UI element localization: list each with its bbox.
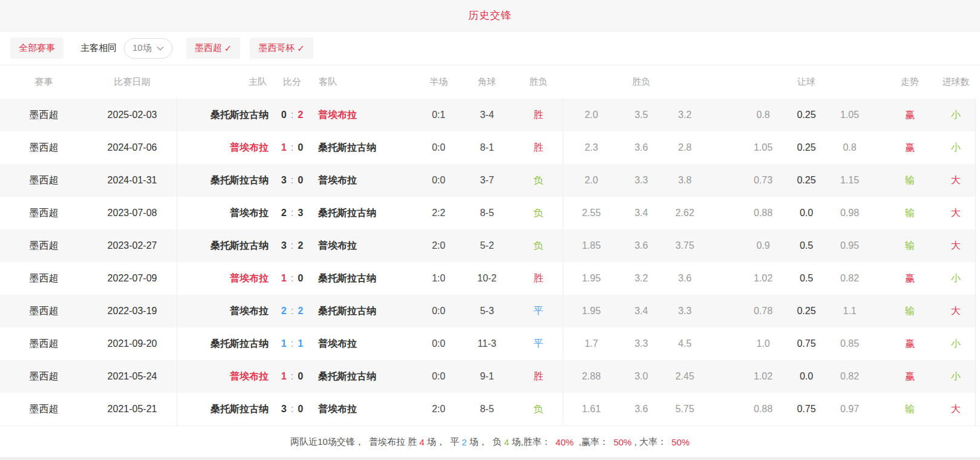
all-matches-button[interactable]: 全部赛事 [10,38,64,59]
result-label: 胜 [534,110,543,120]
away-team-name: 普埃布拉 [318,404,357,414]
goals-cell: 大 [936,403,975,416]
header-odds-1x2: 胜负 [619,76,663,88]
home-team-name: 桑托斯拉古纳 [211,404,269,414]
handicap-cell: 0.88 [742,208,785,218]
handicap-value: 0.5 [800,240,813,251]
trend-cell: 赢 [883,272,936,285]
corners-cell: 9-1 [460,371,514,382]
trend-cell: 输 [883,240,936,252]
chevron-down-icon [157,46,164,51]
table-body: 墨西超2025-02-03桑托斯拉古纳0:2普埃布拉0:13-4胜2.03.53… [0,99,980,426]
away-score: 0 [298,371,303,381]
handicap-cell: 0.25 [785,175,828,186]
same-venue-filter[interactable]: 主客相同 [80,42,117,54]
away-team-name: 桑托斯拉古纳 [318,306,376,316]
odds-cell: 2.8 [663,142,707,153]
trend-label: 输 [905,404,915,414]
match-count-dropdown[interactable]: 10场 [124,38,172,59]
handicap-value: 1.1 [843,306,856,316]
match-date: 2022-03-19 [108,306,157,316]
halftime-score: 2:0 [432,240,445,251]
odds-cell: 3.6 [663,273,707,284]
table-row[interactable]: 墨西超2021-05-21桑托斯拉古纳3:0普埃布拉2:08-5负1.613.6… [0,393,976,426]
odds-cell: 3.5 [619,110,663,120]
match-date: 2023-07-08 [108,208,157,218]
odds-value: 2.3 [584,142,598,153]
result-label: 平 [534,306,543,316]
date-cell: 2024-01-31 [88,175,177,186]
odds-value: 3.2 [678,110,691,120]
away-team-cell: 普埃布拉 [312,338,417,350]
handicap-value: 0.75 [797,404,815,414]
home-score: 1 [281,338,287,349]
handicap-value: 0.25 [797,175,815,185]
handicap-value: 0.98 [840,208,859,218]
halftime-score: 2:0 [432,404,445,414]
halftime-score: 0:0 [432,338,445,349]
halftime-cell: 2:0 [417,404,460,415]
handicap-value: 0.78 [754,306,773,316]
home-score: 1 [281,273,287,283]
score-cell: 0:2 [272,110,312,120]
league-filter-copa-mx[interactable]: 墨西哥杯 ✓ [250,38,313,59]
halftime-score: 2:2 [432,208,445,218]
score-cell: 2:2 [272,306,312,317]
table-row[interactable]: 墨西超2021-09-20桑托斯拉古纳1:1普埃布拉0:011-3平1.73.3… [0,327,976,360]
odds-cell: 3.8 [663,175,707,186]
odds-value: 2.0 [584,175,598,185]
table-row[interactable]: 墨西超2025-02-03桑托斯拉古纳0:2普埃布拉0:13-4胜2.03.53… [0,99,976,131]
goals-label: 大 [951,306,961,316]
handicap-cell: 1.1 [828,306,871,317]
odds-value: 1.7 [584,338,598,349]
odds-value: 3.3 [635,175,648,185]
result-label: 负 [534,240,543,251]
away-team-name: 桑托斯拉古纳 [318,142,376,153]
match-date: 2022-07-09 [108,273,157,283]
handicap-value: 1.05 [840,110,859,120]
odds-cell: 5.75 [663,404,707,415]
table-row[interactable]: 墨西超2022-07-09普埃布拉1:0桑托斯拉古纳1:010-2胜1.953.… [0,262,976,295]
handicap-value: 0.0 [800,371,813,381]
handicap-value: 0.88 [754,404,773,414]
odds-cell: 1.85 [563,229,619,262]
league-filter-liga-mx[interactable]: 墨西超 ✓ [186,38,241,59]
trend-cell: 输 [883,305,936,318]
handicap-value: 0.0 [800,208,813,218]
table-row[interactable]: 墨西超2021-05-24普埃布拉1:0桑托斯拉古纳0:09-1胜2.883.0… [0,360,976,393]
handicap-value: 0.25 [797,306,815,316]
table-row[interactable]: 墨西超2024-01-31桑托斯拉古纳3:0普埃布拉0:03-7负2.03.33… [0,164,976,197]
handicap-value: 0.9 [756,240,769,251]
league-cell: 墨西超 [0,338,88,350]
league-name: 墨西超 [30,110,59,120]
corners-score: 5-3 [480,306,494,316]
date-cell: 2022-03-19 [88,306,177,317]
table-row[interactable]: 墨西超2024-07-06普埃布拉1:0桑托斯拉古纳0:08-1胜2.33.62… [0,131,976,164]
away-team-cell: 桑托斯拉古纳 [312,142,417,154]
goals-label: 大 [951,208,961,218]
score-colon: : [291,142,293,153]
halftime-score: 0:1 [432,110,445,120]
match-date: 2025-02-03 [108,110,157,120]
league-name: 墨西超 [30,240,59,251]
handicap-cell: 1.05 [742,142,785,153]
goals-label: 小 [951,371,961,381]
bottom-strip [0,458,980,460]
league-name: 墨西超 [30,175,59,185]
date-cell: 2025-02-03 [88,110,177,120]
corners-cell: 8-1 [460,142,514,153]
table-row[interactable]: 墨西超2023-02-27桑托斯拉古纳3:2普埃布拉2:05-2负1.853.6… [0,229,976,262]
trend-label: 输 [905,208,915,218]
corners-cell: 3-7 [460,175,514,186]
match-count-value: 10场 [132,42,152,54]
result-cell: 负 [514,207,563,220]
away-team-name: 桑托斯拉古纳 [318,208,376,218]
away-score: 0 [298,404,303,414]
table-row[interactable]: 墨西超2022-03-19普埃布拉2:2桑托斯拉古纳0:05-3平1.953.4… [0,295,976,327]
table-row[interactable]: 墨西超2023-07-08普埃布拉2:3桑托斯拉古纳2:28-5负2.553.4… [0,197,976,229]
summary-segment: 场,胜率： [509,436,556,448]
odds-cell: 2.0 [563,164,619,197]
odds-cell: 2.3 [563,131,619,164]
halftime-cell: 0:0 [417,371,460,382]
odds-cell: 2.62 [663,208,707,218]
